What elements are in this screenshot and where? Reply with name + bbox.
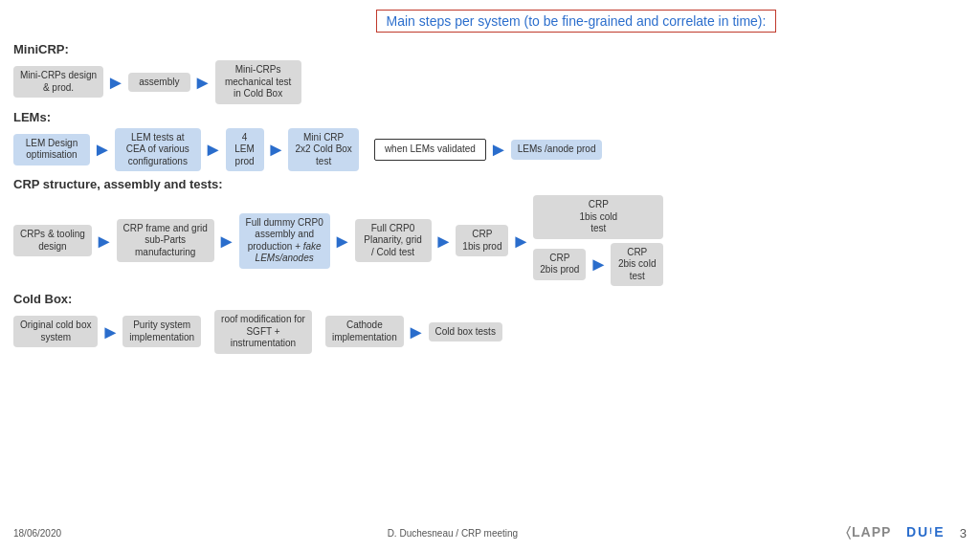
lem-validated-box: when LEMs validated (374, 139, 486, 161)
arrow-lem-4: ► (489, 140, 508, 159)
page: Main steps per system (to be fine-graine… (0, 0, 980, 551)
crp-box-2: CRP frame and gridsub-Partsmanufacturing (117, 219, 214, 263)
arrow-lem-2: ► (204, 140, 223, 159)
lem-box-4: Mini CRP2x2 Cold Boxtest (288, 128, 358, 172)
footer-center: D. Duchesneau / CRP meeting (388, 528, 519, 539)
coldbox-box-1: Original cold boxsystem (13, 316, 98, 347)
crp-box-1: CRPs & toolingdesign (13, 225, 92, 256)
arrow-cb-2: ► (407, 322, 426, 342)
footer-date: 18/06/2020 (13, 528, 61, 539)
crp-flow: CRPs & toolingdesign ► CRP frame and gri… (13, 195, 967, 286)
crp-branches: CRP1bis coldtest CRP2bis prod ► CRP2bis … (533, 195, 663, 286)
arrow-crp-4: ► (434, 231, 454, 251)
page-number: 3 (960, 526, 967, 540)
coldbox-box-2: Purity systemimplementation (122, 316, 201, 347)
lem-box-1: LEM Designoptimisation (13, 134, 90, 165)
svg-text:DUᵎE: DUᵎE (906, 524, 946, 540)
crp-2bis-prod: CRP2bis prod (533, 249, 586, 280)
crp-1bis-cold: CRP1bis coldtest (533, 195, 663, 239)
lem-box-2: LEM tests atCEA of variousconfigurations (115, 128, 201, 172)
coldbox-box-4: Cathodeimplementation (325, 316, 404, 347)
arrow-lem-3: ► (267, 140, 286, 159)
footer: 18/06/2020 D. Duchesneau / CRP meeting 〈… (13, 521, 967, 545)
minicrp-box-2: assembly (128, 73, 190, 93)
arrow-crp-1: ► (95, 231, 114, 251)
arrow-1: ► (106, 73, 125, 92)
minicrp-flow: Mini-CRPs design& prod. ► assembly ► Min… (13, 60, 967, 104)
coldbox-box-3: roof modification forSGFT +instrumentati… (214, 310, 312, 354)
arrow-crp-2: ► (217, 231, 236, 251)
crp-box-4: Full CRP0Planarity, grid/ Cold test (355, 219, 432, 263)
arrow-2: ► (193, 73, 212, 92)
lapp-logo: 〈LAPP (844, 521, 897, 545)
minicrp-box-1: Mini-CRPs design& prod. (13, 66, 103, 98)
arrow-lem-1: ► (93, 140, 112, 159)
arrow-cb-1: ► (100, 322, 120, 342)
crp-box-5: CRP1bis prod (456, 225, 508, 256)
lems-label: LEMs: (13, 110, 967, 124)
lem-box-3: 4LEMprod (226, 128, 264, 172)
arrow-crp-5: ► (511, 231, 530, 251)
arrow-crp-6: ► (589, 254, 608, 274)
crp-label: CRP structure, assembly and tests: (13, 177, 967, 191)
lems-flow: LEM Designoptimisation ► LEM tests atCEA… (13, 128, 967, 172)
svg-text:〈LAPP: 〈LAPP (846, 524, 891, 540)
coldbox-label: Cold Box: (13, 292, 967, 306)
minicrp-box-3: Mini-CRPsmechanical testin Cold Box (215, 60, 301, 104)
coldbox-flow: Original cold boxsystem ► Purity systemi… (13, 310, 967, 354)
main-title: Main steps per system (to be fine-graine… (376, 10, 777, 33)
dune-logo: DUᵎE (904, 521, 952, 545)
minicrp-label: MiniCRP: (13, 42, 967, 56)
arrow-crp-3: ► (333, 231, 352, 251)
coldbox-box-5: Cold box tests (429, 322, 502, 342)
lem-box-5: LEMs /anode prod (511, 140, 603, 160)
crp-2bis-cold: CRP2bis coldtest (611, 243, 663, 287)
crp-box-3: Full dummy CRP0assembly andproduction + … (239, 213, 330, 269)
